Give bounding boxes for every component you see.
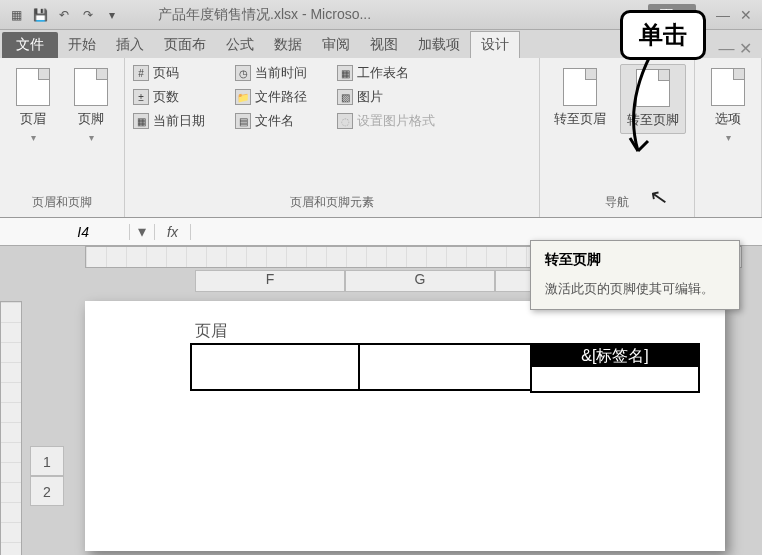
format-picture-icon: ◌ [337, 113, 353, 129]
tooltip-title: 转至页脚 [545, 251, 725, 269]
file-tab[interactable]: 文件 [2, 32, 58, 58]
tab-addins[interactable]: 加载项 [408, 32, 470, 58]
file-path-button[interactable]: 📁文件路径 [235, 88, 325, 106]
group-header-footer: 页眉 ▾ 页脚 ▾ 页眉和页脚 [0, 58, 125, 217]
row-header[interactable]: 1 [30, 446, 64, 476]
footer-button[interactable]: 页脚 ▾ [66, 64, 116, 147]
col-header[interactable]: G [345, 270, 495, 292]
qat-dropdown-icon[interactable]: ▾ [102, 5, 122, 25]
window-controls: — ✕ [706, 7, 762, 23]
save-icon[interactable]: 💾 [30, 5, 50, 25]
group-elements: #页码 ◷当前时间 ▦工作表名 ±页数 📁文件路径 ▧图片 ▦当前日期 ▤文件名… [125, 58, 540, 217]
goto-header-button[interactable]: 转至页眉 [548, 64, 612, 132]
page-count-button[interactable]: ±页数 [133, 88, 223, 106]
header-left-box[interactable] [190, 343, 360, 391]
col-header[interactable]: F [195, 270, 345, 292]
tab-page-layout[interactable]: 页面布 [154, 32, 216, 58]
tab-formulas[interactable]: 公式 [216, 32, 264, 58]
page-count-icon: ± [133, 89, 149, 105]
tab-insert[interactable]: 插入 [106, 32, 154, 58]
redo-icon[interactable]: ↷ [78, 5, 98, 25]
picture-icon: ▧ [337, 89, 353, 105]
sheet-name-button[interactable]: ▦工作表名 [337, 64, 427, 82]
row-headers: 1 2 [30, 446, 64, 506]
clock-icon: ◷ [235, 65, 251, 81]
header-right-box-lower[interactable] [530, 367, 700, 393]
undo-icon[interactable]: ↶ [54, 5, 74, 25]
header-edit-boxes[interactable]: &[标签名] [190, 343, 700, 393]
group-label: 页眉和页脚 [8, 190, 116, 215]
file-name-button[interactable]: ▤文件名 [235, 112, 325, 130]
page-preview: 页眉 &[标签名] [85, 301, 725, 551]
folder-icon: 📁 [235, 89, 251, 105]
dropdown-icon: ▾ [726, 132, 731, 143]
file-icon: ▤ [235, 113, 251, 129]
tab-data[interactable]: 数据 [264, 32, 312, 58]
page-number-button[interactable]: #页码 [133, 64, 223, 82]
callout-bubble: 单击 [620, 10, 706, 60]
current-time-button[interactable]: ◷当前时间 [235, 64, 325, 82]
options-button[interactable]: 选项 ▾ [703, 64, 753, 147]
group-label: 页眉和页脚元素 [133, 190, 531, 215]
page-number-icon: # [133, 65, 149, 81]
options-icon [711, 68, 745, 106]
group-label [703, 193, 753, 215]
page-header-icon [16, 68, 50, 106]
sheet-icon: ▦ [337, 65, 353, 81]
picture-button[interactable]: ▧图片 [337, 88, 427, 106]
header-center-box[interactable] [360, 343, 530, 391]
page-footer-icon [74, 68, 108, 106]
header-right-box[interactable]: &[标签名] [530, 343, 700, 367]
fx-button[interactable]: fx [154, 224, 191, 240]
workbook-close-icon[interactable]: — ✕ [719, 39, 752, 58]
tab-view[interactable]: 视图 [360, 32, 408, 58]
row-header[interactable]: 2 [30, 476, 64, 506]
window-title: 产品年度销售情况.xlsx - Microso... [128, 6, 648, 24]
minimize-icon[interactable]: — [716, 7, 730, 23]
format-picture-button: ◌设置图片格式 [337, 112, 435, 130]
name-box[interactable]: I4 [0, 224, 130, 240]
current-date-button[interactable]: ▦当前日期 [133, 112, 223, 130]
callout-text: 单击 [639, 21, 687, 48]
excel-icon[interactable]: ▦ [6, 5, 26, 25]
quick-access-toolbar: ▦ 💾 ↶ ↷ ▾ [0, 5, 128, 25]
header-button[interactable]: 页眉 ▾ [8, 64, 58, 147]
dropdown-icon: ▾ [89, 132, 94, 143]
group-options: 选项 ▾ [695, 58, 762, 217]
name-box-dropdown-icon[interactable]: ▾ [130, 222, 154, 241]
calendar-icon: ▦ [133, 113, 149, 129]
tab-home[interactable]: 开始 [58, 32, 106, 58]
goto-header-icon [563, 68, 597, 106]
tab-design[interactable]: 设计 [470, 31, 520, 58]
tooltip: 转至页脚 激活此页的页脚使其可编辑。 [530, 240, 740, 310]
header-section-label: 页眉 [195, 321, 227, 342]
callout-arrow [620, 56, 680, 166]
close-icon[interactable]: ✕ [740, 7, 752, 23]
vertical-ruler [0, 301, 22, 555]
tab-review[interactable]: 审阅 [312, 32, 360, 58]
tooltip-body: 激活此页的页脚使其可编辑。 [545, 279, 725, 299]
dropdown-icon: ▾ [31, 132, 36, 143]
